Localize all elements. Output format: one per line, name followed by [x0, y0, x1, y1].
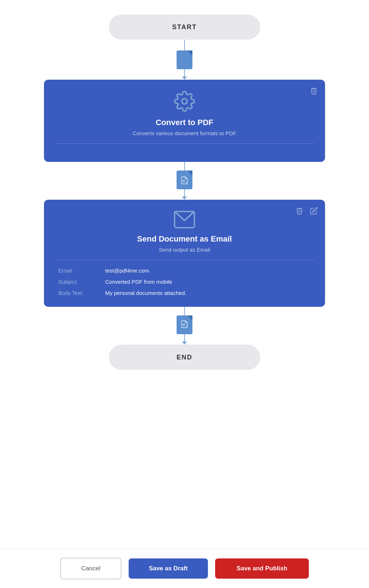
field-body-value: My personal documents attached. — [105, 290, 186, 296]
field-body: Body Text: My personal documents attache… — [58, 290, 314, 296]
line-1 — [184, 40, 185, 50]
arrow-2 — [182, 196, 187, 200]
cancel-button[interactable]: Cancel — [60, 558, 121, 579]
envelope-icon-wrapper — [55, 211, 314, 229]
field-body-label: Body Text: — [58, 290, 105, 296]
pdf-file-icon — [177, 171, 192, 189]
svg-point-0 — [182, 99, 187, 104]
card-2-actions — [294, 205, 319, 216]
save-publish-button[interactable]: Save and Publish — [215, 558, 309, 579]
delete-step-1-button[interactable] — [308, 85, 319, 96]
step-1-subtitle: Converts various document formats to PDF — [55, 130, 314, 136]
field-email-label: Email: — [58, 268, 105, 274]
step-2-title: Send Document as Email — [55, 234, 314, 244]
end-node: END — [109, 345, 260, 370]
line-5 — [184, 307, 185, 315]
gear-icon-wrapper — [55, 90, 314, 112]
start-label: START — [172, 23, 197, 31]
step-1-divider — [55, 143, 314, 144]
action-bar: Cancel Save as Draft Save and Publish — [0, 549, 369, 588]
gear-icon — [174, 90, 195, 112]
field-subject-label: Subject: — [58, 279, 105, 285]
start-node: START — [109, 14, 260, 40]
file-icon-1 — [177, 50, 192, 69]
arrow-3 — [182, 341, 187, 345]
arrow-1 — [182, 76, 187, 80]
connector-1 — [177, 40, 192, 80]
step-2-fields: Email: test@pdf4me.com Subject: Converte… — [55, 268, 314, 296]
field-email-value: test@pdf4me.com — [105, 268, 149, 274]
svg-point-1 — [183, 180, 184, 182]
step-card-convert-pdf: Convert to PDF Converts various document… — [44, 80, 325, 162]
step-1-title: Convert to PDF — [55, 118, 314, 127]
field-email: Email: test@pdf4me.com — [58, 268, 314, 274]
pdf-symbol — [180, 176, 189, 186]
pdf-symbol-2 — [180, 320, 189, 330]
connector-3 — [177, 307, 192, 345]
svg-point-3 — [183, 324, 184, 326]
line-6 — [184, 334, 185, 341]
line-3 — [184, 162, 185, 171]
step-card-send-email: Send Document as Email Send output as Em… — [44, 200, 325, 307]
field-subject: Subject: Converted PDF from mobile — [58, 279, 314, 285]
line-2 — [184, 69, 185, 76]
end-label: END — [177, 354, 192, 361]
delete-step-2-button[interactable] — [294, 205, 305, 216]
step-2-subtitle: Send output as Email — [55, 247, 314, 253]
step-2-divider — [55, 260, 314, 260]
envelope-icon — [174, 211, 195, 229]
pdf-file-icon-2 — [177, 315, 192, 334]
line-4 — [184, 189, 185, 196]
workflow-canvas: START Convert to PDF Converts various — [0, 0, 369, 549]
save-draft-button[interactable]: Save as Draft — [129, 558, 208, 579]
edit-step-2-button[interactable] — [308, 205, 319, 216]
card-1-actions — [308, 85, 319, 96]
connector-2 — [177, 162, 192, 200]
field-subject-value: Converted PDF from mobile — [105, 279, 172, 285]
